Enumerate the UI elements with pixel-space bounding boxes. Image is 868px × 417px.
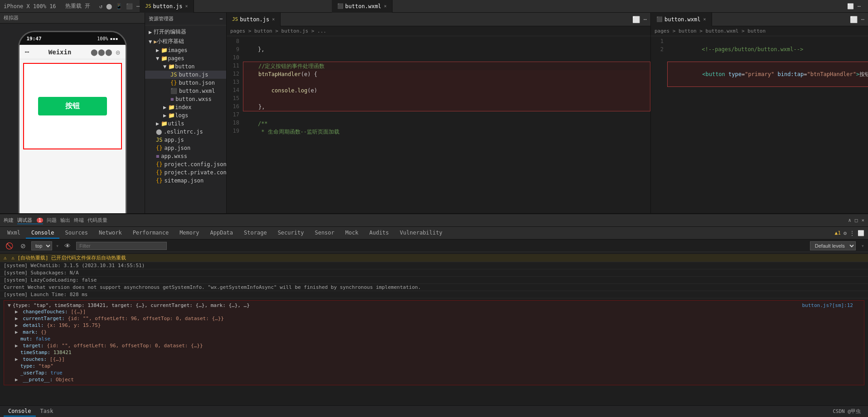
panel-expand-icon[interactable]: □ bbox=[855, 217, 858, 223]
prop-expand-4[interactable]: ▶ bbox=[15, 329, 18, 335]
icon-breadcrumb-collapse[interactable]: ⬜ bbox=[632, 16, 640, 23]
console-object-output[interactable]: ▼ {type: "tap", timeStamp: 138421, targe… bbox=[4, 300, 864, 385]
prop-target[interactable]: ▶ target: {id: "", offsetLeft: 96, offse… bbox=[8, 342, 860, 349]
code-area[interactable]: 8 9 10 11 12 13 14 15 16 17 18 19 }, bbox=[227, 36, 650, 213]
sidebar-item-app-js[interactable]: JS app.js bbox=[145, 136, 226, 144]
tab-memory[interactable]: Memory bbox=[174, 228, 204, 239]
phone-demo-button[interactable]: 按钮 bbox=[38, 97, 107, 115]
icon-menu[interactable]: ⬛ bbox=[126, 3, 133, 10]
dock-icon[interactable]: ⬜ bbox=[858, 230, 864, 236]
wxml-code-area[interactable]: 1 2 <!--pages/button/button.wxml--> <but… bbox=[651, 36, 868, 213]
sidebar-item-project-config[interactable]: {} project.config.json bbox=[145, 160, 226, 168]
explorer-more-icon[interactable]: ⋯ bbox=[219, 16, 223, 22]
sidebar-item-open-editors[interactable]: ▶ 打开的编辑器 bbox=[145, 27, 226, 37]
toolbar-output[interactable]: 输出 bbox=[60, 217, 70, 224]
prop-detail[interactable]: ▶ detail: {x: 196, y: 15.75} bbox=[8, 322, 860, 329]
obj-expand-arrow[interactable]: ▼ bbox=[8, 302, 11, 308]
csdn-watermark: CSDN @甲虫 bbox=[833, 408, 864, 415]
panel-close-icon[interactable]: × bbox=[861, 217, 864, 223]
icon-phone[interactable]: 📱 bbox=[116, 3, 122, 10]
icon-split[interactable]: ⬜ bbox=[847, 3, 854, 10]
tab-button-js-main[interactable]: JS button.js × bbox=[227, 13, 281, 26]
console-stop-btn[interactable]: ⊘ bbox=[19, 241, 28, 250]
filter-input[interactable] bbox=[76, 242, 167, 250]
sidebar-item-utils[interactable]: ▶ 📁 utils bbox=[145, 120, 226, 128]
more-icon[interactable]: ⋮ bbox=[849, 230, 855, 236]
tab-wxml[interactable]: Wxml bbox=[2, 228, 26, 239]
sidebar-item-app-wxss[interactable]: ≡ app.wxss bbox=[145, 152, 226, 160]
toolbar-issues[interactable]: 问题 bbox=[47, 217, 57, 224]
footer-tab-task[interactable]: Task bbox=[36, 407, 58, 417]
sidebar-item-button-js[interactable]: JS button.js bbox=[145, 71, 226, 79]
tab-network[interactable]: Network bbox=[93, 228, 127, 239]
sidebar-item-images[interactable]: ▶ 📁 images bbox=[145, 46, 226, 54]
prop-currentTarget[interactable]: ▶ currentTarget: {id: "", offsetLeft: 96… bbox=[8, 315, 860, 322]
source-link[interactable]: button.js?[sm]:12 bbox=[802, 302, 853, 308]
default-levels-select[interactable]: Default levels bbox=[810, 241, 856, 250]
icon-more[interactable]: ⋯ bbox=[136, 3, 140, 10]
tab-security[interactable]: Security bbox=[272, 228, 310, 239]
tab-button-wxml-main[interactable]: ⬛ button.wxml × bbox=[651, 13, 712, 26]
tab-button-wxml[interactable]: ⬛ button.wxml × bbox=[332, 0, 393, 13]
tab-storage[interactable]: Storage bbox=[238, 228, 272, 239]
toolbar-code-quality[interactable]: 代码质量 bbox=[87, 217, 107, 224]
prop-expand-1[interactable]: ▶ bbox=[15, 309, 18, 315]
sidebar-item-button-wxml[interactable]: ⬛ button.wxml bbox=[145, 87, 226, 95]
sidebar-item-logs[interactable]: ▶ 📁 logs bbox=[145, 111, 226, 120]
sidebar-item-eslintrc[interactable]: ⬤ .eslintrc.js bbox=[145, 128, 226, 136]
sidebar-item-project[interactable]: ▼ ▶ 小程序基础 bbox=[145, 37, 226, 46]
sidebar-item-sitemap[interactable]: {} sitemap.json bbox=[145, 177, 226, 185]
icon-more2[interactable]: ⋯ bbox=[858, 3, 861, 10]
tab-console[interactable]: Console bbox=[26, 228, 60, 239]
prop-expand-7[interactable]: ▶ bbox=[15, 377, 18, 383]
prop-expand-3[interactable]: ▶ bbox=[15, 322, 18, 328]
console-output[interactable]: ⚠ ⚠ [自动热重载] 已开启代码文件保存后自动热重载 [system] WeC… bbox=[0, 252, 868, 405]
console-clear-btn[interactable]: 🚫 bbox=[4, 241, 15, 250]
icon-more3[interactable]: ⋯ bbox=[644, 16, 647, 23]
editor-breadcrumb: pages > button > button.js > ... bbox=[227, 26, 650, 36]
toolbar-terminal[interactable]: 终端 bbox=[74, 217, 84, 224]
sidebar-item-project-private[interactable]: {} project.private.config.json bbox=[145, 168, 226, 177]
icon-more4[interactable]: ⋯ bbox=[861, 16, 864, 23]
prop-proto[interactable]: ▶ __proto__: Object bbox=[8, 376, 860, 383]
prop-changedTouches[interactable]: ▶ changedTouches: [{…}] bbox=[8, 308, 860, 315]
tab-button-js[interactable]: JS button.js × bbox=[140, 0, 194, 13]
tab-vulnerability[interactable]: Vulnerability bbox=[394, 228, 448, 239]
prop-mark[interactable]: ▶ mark: {} bbox=[8, 329, 860, 336]
sidebar-item-button-folder[interactable]: ▼ 📁 button bbox=[145, 62, 226, 71]
tab-appdata[interactable]: AppData bbox=[204, 228, 238, 239]
sidebar-item-app-json[interactable]: {} app.json bbox=[145, 144, 226, 152]
tab-main-close[interactable]: × bbox=[272, 17, 275, 22]
sidebar-item-index[interactable]: ▶ 📁 index bbox=[145, 103, 226, 111]
sidebar-item-button-wxss[interactable]: ≡ button.wxss bbox=[145, 95, 226, 103]
settings-icon[interactable]: ⚙ bbox=[844, 230, 847, 236]
tab-audits[interactable]: Audits bbox=[364, 228, 394, 239]
tab-sources[interactable]: Sources bbox=[59, 228, 93, 239]
console-log-4: Current Wechat version does not support … bbox=[0, 284, 868, 291]
tab-mock[interactable]: Mock bbox=[340, 228, 364, 239]
prop-expand-5[interactable]: ▶ bbox=[15, 343, 18, 349]
tab-wxml-main-close[interactable]: × bbox=[703, 17, 706, 22]
prop-touches[interactable]: ▶ touches: [{…}] bbox=[8, 356, 860, 363]
sidebar-item-button-json[interactable]: {} button.json bbox=[145, 79, 226, 87]
top-select[interactable]: top bbox=[31, 241, 52, 250]
icon-refresh[interactable]: ↺ bbox=[99, 3, 102, 10]
app-js-icon: JS bbox=[156, 137, 162, 143]
tab-close-btn[interactable]: × bbox=[185, 4, 188, 9]
icon-split2[interactable]: ⬜ bbox=[850, 16, 858, 23]
toolbar-build[interactable]: 构建 bbox=[4, 217, 14, 224]
panel-collapse-icon[interactable]: ∧ bbox=[848, 217, 851, 223]
sidebar-item-pages[interactable]: ▼ 📁 pages bbox=[145, 54, 226, 62]
footer-tab-console[interactable]: Console bbox=[4, 407, 36, 417]
console-eye-btn[interactable]: 👁 bbox=[63, 241, 73, 250]
toolbar-debugger[interactable]: 调试器 1 bbox=[17, 217, 43, 224]
tab-wxml-close-btn[interactable]: × bbox=[384, 4, 387, 9]
top-bar: iPhone X 100% 16 热重载 开 ↺ ⬤ 📱 ⬛ ⋯ JS butt… bbox=[0, 0, 868, 13]
chevron-right-icon: ▶ bbox=[149, 29, 152, 35]
icon-dot[interactable]: ⬤ bbox=[106, 3, 112, 10]
prop-expand-2[interactable]: ▶ bbox=[15, 316, 18, 321]
folder-icon-images: 📁 bbox=[161, 47, 168, 53]
tab-performance[interactable]: Performance bbox=[127, 228, 174, 239]
prop-expand-6[interactable]: ▶ bbox=[15, 356, 18, 362]
tab-sensor[interactable]: Sensor bbox=[309, 228, 339, 239]
